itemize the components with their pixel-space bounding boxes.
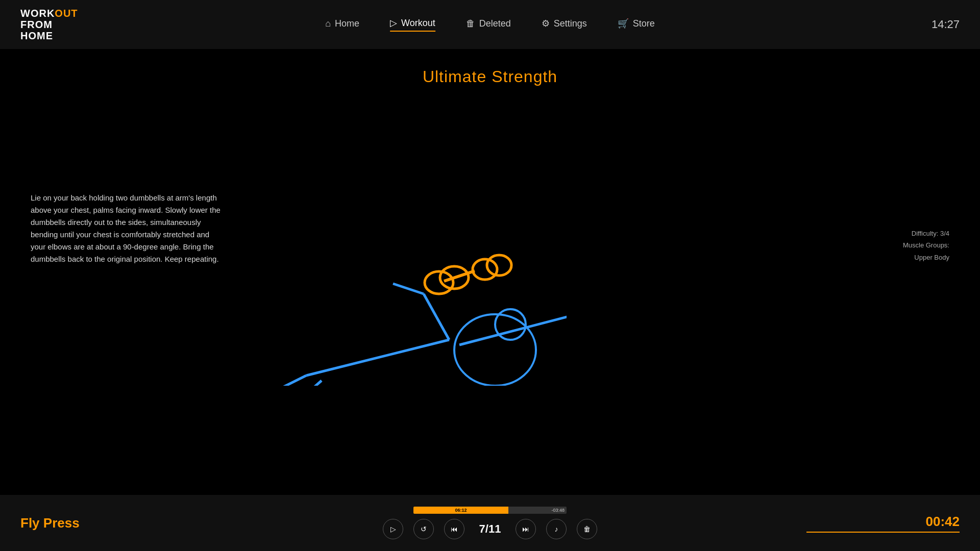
home-icon: ⌂ [325,18,331,29]
muscle-groups: Upper Body [903,252,949,263]
svg-point-14 [473,259,497,280]
svg-line-7 [255,375,306,386]
deleted-icon: 🗑 [466,18,475,29]
main-nav: ⌂Home▷Workout🗑Deleted⚙Settings🛒Store [325,17,655,32]
logo-out: OUT [55,8,78,19]
progress-remaining: -03:48 [508,507,567,514]
page-title: Ultimate Strength [0,49,980,86]
nav-label-deleted: Deleted [479,18,511,29]
playback-controls: ▷ ↺ ⏮ 7/11 ⏭ ♪ 🗑 [383,519,597,539]
logo-home: HOME [20,30,87,41]
player: 06:12 -03:48 ▷ ↺ ⏮ 7/11 ⏭ ♪ 🗑 [174,507,806,539]
nav-label-workout: Workout [401,18,435,29]
replay-button[interactable]: ↺ [413,519,434,539]
logo-work: WORK [20,8,55,19]
clock-display: 14:27 [932,18,960,31]
nav-item-store[interactable]: 🛒Store [618,17,655,32]
svg-point-12 [425,271,453,294]
store-icon: 🛒 [618,18,629,29]
difficulty-label: Difficulty: 3/4 [903,228,949,239]
main-content: Ultimate Strength [0,49,980,551]
muscle-groups-label: Muscle Groups: [903,239,949,251]
svg-line-3 [424,294,449,340]
prev-button[interactable]: ⏮ [444,519,464,539]
svg-line-2 [306,340,449,375]
exercise-name: Fly Press [20,515,174,531]
settings-icon: ⚙ [542,18,550,29]
workout-icon: ▷ [390,17,397,29]
nav-item-workout[interactable]: ▷Workout [390,17,435,32]
app-logo: WORKOUT FROM HOME [20,8,87,41]
timer-display: 00:42 [806,514,960,533]
next-button[interactable]: ⏭ [516,519,536,539]
exercise-description: Lie on your back holding two dumbbells a… [31,192,225,265]
nav-label-store: Store [633,18,655,29]
nav-item-home[interactable]: ⌂Home [325,17,359,32]
exercise-counter: 7/11 [475,522,505,536]
nav-label-settings: Settings [554,18,587,29]
header: WORKOUT FROM HOME ⌂Home▷Workout🗑Deleted⚙… [0,0,980,49]
nav-label-home: Home [335,18,359,29]
delete-button[interactable]: 🗑 [577,519,597,539]
logo-from: FROM [20,19,87,30]
bottom-bar: Fly Press 06:12 -03:48 ▷ ↺ ⏮ 7/11 ⏭ ♪ 🗑 … [0,495,980,551]
side-info: Difficulty: 3/4 Muscle Groups: Upper Bod… [903,228,949,263]
progress-filled: 06:12 [413,507,508,514]
play-button[interactable]: ▷ [383,519,403,539]
exercise-illustration [179,141,567,386]
progress-bar[interactable]: 06:12 -03:48 [413,507,567,514]
music-button[interactable]: ♪ [546,519,567,539]
nav-item-settings[interactable]: ⚙Settings [542,17,587,32]
nav-item-deleted[interactable]: 🗑Deleted [466,17,511,32]
svg-line-4 [393,284,424,294]
progress-time: 06:12 [453,508,469,513]
svg-point-15 [487,255,511,276]
remaining-time: -03:48 [551,508,565,513]
